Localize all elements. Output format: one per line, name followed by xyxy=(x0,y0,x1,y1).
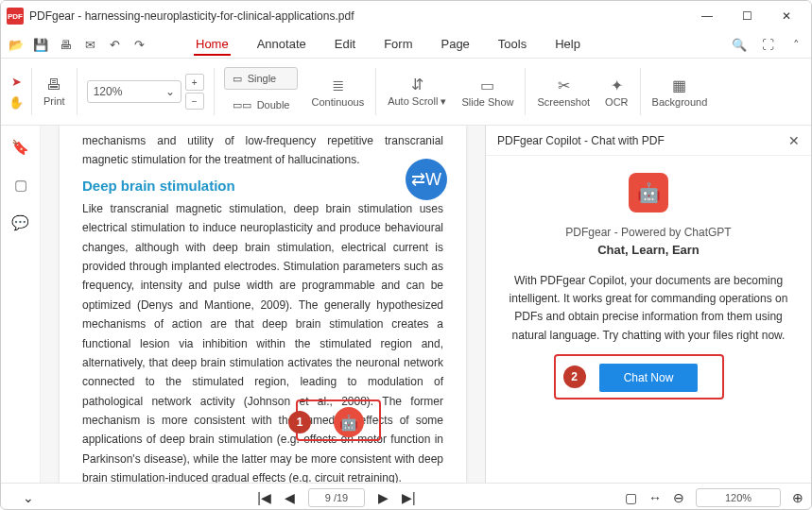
last-page-button[interactable]: ▶| xyxy=(402,490,416,505)
intro-text: mechanisms and utility of low-frequency … xyxy=(82,131,443,170)
zoom-in-status-button[interactable]: ⊕ xyxy=(792,490,803,505)
mail-icon[interactable]: ✉ xyxy=(82,37,97,52)
continuous-label: Continuous xyxy=(311,96,364,108)
word-export-badge[interactable]: ⇄W xyxy=(406,159,447,200)
slide-show-label: Slide Show xyxy=(461,96,513,108)
chevron-down-icon: ⌄ xyxy=(165,85,175,98)
annotation-number-2: 2 xyxy=(563,366,586,388)
copilot-bot-icon[interactable]: 🤖 xyxy=(334,407,364,437)
save-icon[interactable]: 💾 xyxy=(33,37,48,52)
undo-icon[interactable]: ↶ xyxy=(107,37,122,52)
search-icon[interactable]: 🔍 xyxy=(732,37,747,52)
zoom-in-button[interactable]: + xyxy=(185,74,204,91)
window-title: PDFgear - harnessing-neuroplasticity-for… xyxy=(29,9,688,23)
document-viewport[interactable]: mechanisms and utility of low-frequency … xyxy=(41,126,485,483)
auto-scroll-label: Auto Scroll xyxy=(388,95,438,107)
single-label: Single xyxy=(248,73,277,84)
copilot-logo-icon: 🤖 xyxy=(629,173,668,212)
body-text: Like transcranial magnetic stimulation, … xyxy=(82,199,443,483)
printer-icon: 🖶 xyxy=(46,76,61,94)
annotation-number-1: 1 xyxy=(288,411,311,434)
menu-tools[interactable]: Tools xyxy=(496,34,528,56)
next-page-button[interactable]: ▶ xyxy=(378,490,389,505)
view-single-button[interactable]: ▭ Single xyxy=(224,67,299,90)
auto-scroll-button[interactable]: ⇵ Auto Scroll ▾ xyxy=(380,59,454,125)
ocr-button[interactable]: ✦ OCR xyxy=(597,59,635,125)
background-button[interactable]: ▦ Background xyxy=(645,59,716,125)
zoom-out-button[interactable]: − xyxy=(185,93,204,110)
hand-tool-icon[interactable]: ✋ xyxy=(9,94,24,110)
screenshot-label: Screenshot xyxy=(537,96,590,108)
menu-help[interactable]: Help xyxy=(553,34,582,56)
continuous-button[interactable]: ≣ Continuous xyxy=(303,59,371,125)
comments-icon[interactable]: 💬 xyxy=(11,214,29,231)
page-indicator[interactable]: 9 /19 xyxy=(308,488,365,507)
screenshot-button[interactable]: ✂ Screenshot xyxy=(529,59,597,125)
ocr-icon: ✦ xyxy=(611,76,623,94)
annotation-box-1: 1 🤖 xyxy=(296,400,381,441)
close-button[interactable]: ✕ xyxy=(768,3,805,29)
maximize-button[interactable]: ☐ xyxy=(728,3,766,29)
thumbnails-icon[interactable]: ▢ xyxy=(14,177,27,194)
chevron-down-icon[interactable]: ⌄ xyxy=(23,490,34,505)
open-icon[interactable]: 📂 xyxy=(9,37,24,52)
scissors-icon: ✂ xyxy=(558,76,570,94)
copilot-description: With PDFgear Copilot, your documents are… xyxy=(505,272,792,345)
app-icon: PDF xyxy=(7,8,24,25)
auto-scroll-icon: ⇵ xyxy=(411,76,423,94)
menu-home[interactable]: Home xyxy=(194,34,231,56)
view-double-button[interactable]: ▭▭ Double xyxy=(224,94,299,116)
zoom-select[interactable]: 120% ⌄ xyxy=(87,80,181,103)
first-page-button[interactable]: |◀ xyxy=(257,490,271,505)
section-heading: Deep brain stimulation xyxy=(82,178,443,194)
select-tool-icon[interactable]: ➤ xyxy=(9,74,24,89)
minimize-button[interactable]: — xyxy=(688,3,726,29)
redo-icon[interactable]: ↷ xyxy=(131,37,147,52)
fit-page-icon[interactable]: ▢ xyxy=(625,490,637,505)
menu-form[interactable]: Form xyxy=(382,34,414,56)
prev-page-button[interactable]: ◀ xyxy=(285,490,295,505)
menu-page[interactable]: Page xyxy=(439,34,471,56)
ocr-label: OCR xyxy=(605,96,628,108)
zoom-out-status-button[interactable]: ⊖ xyxy=(673,490,684,505)
double-page-icon: ▭▭ xyxy=(233,99,251,111)
fit-width-icon[interactable]: ↔ xyxy=(648,490,662,505)
copilot-powered: PDFgear - Powered by ChatGPT xyxy=(505,226,792,239)
collapse-ribbon-icon[interactable]: ˄ xyxy=(788,37,803,52)
zoom-value: 120% xyxy=(94,85,123,98)
copilot-panel: PDFgear Copilot - Chat with PDF ✕ 🤖 PDFg… xyxy=(485,126,811,483)
print-button[interactable]: 🖶 Print xyxy=(36,59,73,125)
background-icon: ▦ xyxy=(672,76,686,94)
pdf-page: mechanisms and utility of low-frequency … xyxy=(60,126,466,483)
print-label: Print xyxy=(43,95,65,107)
copilot-tagline: Chat, Learn, Earn xyxy=(505,243,792,257)
continuous-icon: ≣ xyxy=(332,76,344,94)
zoom-status[interactable]: 120% xyxy=(696,488,781,507)
double-label: Double xyxy=(257,99,290,110)
menu-edit[interactable]: Edit xyxy=(333,34,357,56)
fullscreen-icon[interactable]: ⛶ xyxy=(760,37,775,52)
print-icon[interactable]: 🖶 xyxy=(58,37,73,52)
copilot-close-icon[interactable]: ✕ xyxy=(788,133,800,148)
bookmark-icon[interactable]: 🔖 xyxy=(11,139,29,156)
single-page-icon: ▭ xyxy=(233,73,242,85)
background-label: Background xyxy=(652,96,708,108)
slideshow-icon: ▭ xyxy=(480,76,494,94)
menu-annotate[interactable]: Annotate xyxy=(255,34,308,56)
copilot-header: PDFgear Copilot - Chat with PDF xyxy=(497,134,665,147)
slide-show-button[interactable]: ▭ Slide Show xyxy=(454,59,521,125)
